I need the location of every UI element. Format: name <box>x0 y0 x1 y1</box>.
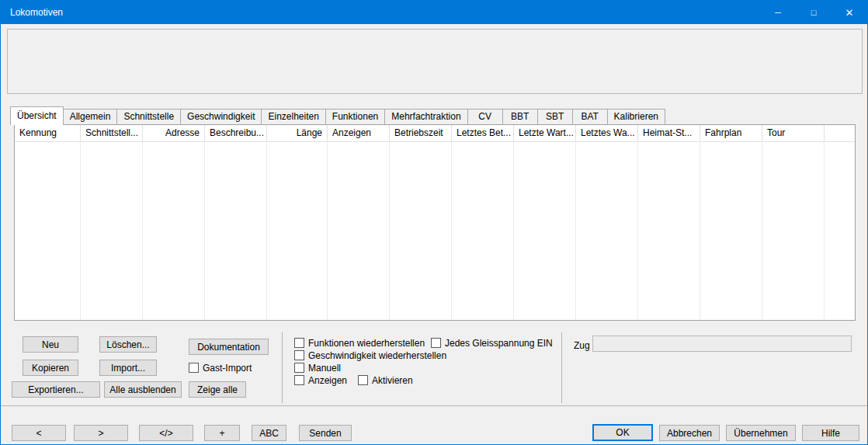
jedes-gleisspannung-label: Jedes Gleisspannung EIN <box>445 338 553 349</box>
table-column <box>267 143 328 320</box>
import-button[interactable]: Import... <box>99 360 157 376</box>
checkbox-box-icon <box>294 338 304 348</box>
maximize-icon[interactable]: □ <box>796 1 832 24</box>
uebernehmen-button[interactable]: Übernehmen <box>726 425 796 441</box>
dokumentation-button[interactable]: Dokumentation <box>189 339 269 355</box>
table-column <box>81 143 143 320</box>
next-button[interactable]: > <box>74 425 128 441</box>
column-header-schnittstell[interactable]: Schnittstell... <box>81 125 143 141</box>
senden-button[interactable]: Senden <box>299 425 352 441</box>
table-column <box>143 143 205 320</box>
horizontal-divider <box>1 405 867 406</box>
aktivieren-checkbox[interactable]: Aktivieren <box>358 374 413 386</box>
gast-import-checkbox[interactable]: Gast-Import <box>189 362 252 374</box>
table-column <box>205 143 267 320</box>
manuell-label: Manuell <box>308 363 341 374</box>
table-column <box>452 143 514 320</box>
tab-schnittstelle[interactable]: Schnittstelle <box>116 109 181 124</box>
tab-funktionen[interactable]: Funktionen <box>325 109 385 124</box>
tab-ubersicht[interactable]: Übersicht <box>10 106 64 125</box>
column-header-letzte-wart[interactable]: Letzte Wart... <box>514 125 576 141</box>
column-header-fahrplan[interactable]: Fahrplan <box>700 125 762 141</box>
table-column <box>700 143 762 320</box>
gast-import-label: Gast-Import <box>203 363 252 374</box>
checkbox-box-icon <box>294 350 304 360</box>
column-header-anzeigen[interactable]: Anzeigen <box>328 125 390 141</box>
checkbox-box-icon <box>189 363 199 373</box>
zug-input[interactable] <box>592 335 852 352</box>
geschwindigkeit-wiederherstellen-checkbox[interactable]: Geschwindigkeit wiederherstellen <box>294 349 446 361</box>
checkbox-box-icon <box>294 363 304 373</box>
vertical-divider <box>282 332 283 403</box>
tab-allgemein[interactable]: Allgemein <box>63 109 118 124</box>
alle-ausblenden-button[interactable]: Alle ausblenden <box>104 381 182 398</box>
table-header: KennungSchnittstell...AdresseBeschreibu.… <box>15 125 855 142</box>
zeige-alle-button[interactable]: Zeige alle <box>189 381 246 398</box>
loeschen-button[interactable]: Löschen... <box>99 336 157 353</box>
tab-cv[interactable]: CV <box>467 109 503 124</box>
tab-sbt[interactable]: SBT <box>537 109 573 124</box>
caption-buttons: ─ □ ✕ <box>760 1 867 24</box>
manuell-checkbox[interactable]: Manuell <box>294 362 341 374</box>
tab-mehrfachtraktion[interactable]: Mehrfachtraktion <box>384 109 467 124</box>
hilfe-button[interactable]: Hilfe <box>802 425 859 441</box>
prev-button[interactable]: < <box>12 425 66 441</box>
exportieren-button[interactable]: Exportieren... <box>12 381 100 398</box>
plus-button[interactable]: + <box>204 425 240 441</box>
table-body[interactable] <box>15 143 855 320</box>
preview-panel <box>7 29 863 94</box>
jedes-gleisspannung-checkbox[interactable]: Jedes Gleisspannung EIN <box>431 337 553 349</box>
close-icon[interactable]: ✕ <box>832 1 867 24</box>
checkbox-box-icon <box>358 375 368 385</box>
kopieren-button[interactable]: Kopieren <box>23 360 78 376</box>
column-header-lange[interactable]: Länge <box>267 125 328 141</box>
zug-label: Zug <box>574 340 590 351</box>
locomotive-table: KennungSchnittstell...AdresseBeschreibu.… <box>14 124 856 321</box>
checkbox-box-icon <box>431 338 441 348</box>
tab-geschwindigkeit[interactable]: Geschwindigkeit <box>180 109 262 124</box>
column-header-betriebszeit[interactable]: Betriebszeit <box>390 125 452 141</box>
table-column <box>762 143 825 320</box>
tab-kalibrieren[interactable]: Kalibrieren <box>607 109 665 124</box>
titlebar[interactable]: Lokomotiven ─ □ ✕ <box>1 1 867 24</box>
abc-button[interactable]: ABC <box>252 425 286 441</box>
table-column <box>15 143 81 320</box>
table-column <box>328 143 390 320</box>
column-header-adresse[interactable]: Adresse <box>143 125 205 141</box>
funktionen-wiederherstellen-checkbox[interactable]: Funktionen wiederherstellen <box>294 337 425 349</box>
table-column <box>576 143 638 320</box>
aktivieren-label: Aktivieren <box>372 375 413 386</box>
tab-bbt[interactable]: BBT <box>502 109 538 124</box>
anzeigen-checkbox[interactable]: Anzeigen <box>294 374 347 386</box>
tab-strip: ÜbersichtAllgemeinSchnittstelleGeschwind… <box>10 106 665 125</box>
table-column <box>514 143 576 320</box>
geschwindigkeit-wiederherstellen-label: Geschwindigkeit wiederherstellen <box>308 350 446 361</box>
ok-button[interactable]: OK <box>592 424 653 441</box>
column-header-kennung[interactable]: Kennung <box>15 125 81 141</box>
code-button[interactable]: </> <box>139 425 193 441</box>
column-header-heimat-st[interactable]: Heimat-St... <box>638 125 700 141</box>
abbrechen-button[interactable]: Abbrechen <box>659 425 720 441</box>
column-header-beschreibu[interactable]: Beschreibu... <box>205 125 267 141</box>
checkbox-box-icon <box>294 375 304 385</box>
tab-einzelheiten[interactable]: Einzelheiten <box>261 109 325 124</box>
table-column <box>390 143 452 320</box>
vertical-divider <box>561 332 562 403</box>
neu-button[interactable]: Neu <box>23 336 78 353</box>
anzeigen-label: Anzeigen <box>308 375 347 386</box>
table-column <box>638 143 700 320</box>
column-header-letztes-bet[interactable]: Letztes Bet... <box>452 125 514 141</box>
lokomotiven-dialog: Lokomotiven ─ □ ✕ ÜbersichtAllgemeinSchn… <box>0 0 868 445</box>
minimize-icon[interactable]: ─ <box>760 1 796 24</box>
funktionen-wiederherstellen-label: Funktionen wiederherstellen <box>308 338 425 349</box>
window-title: Lokomotiven <box>10 7 63 18</box>
column-header-letztes-wa[interactable]: Letztes Wa... <box>576 125 638 141</box>
column-header-tour[interactable]: Tour <box>762 125 825 141</box>
tab-bat[interactable]: BAT <box>572 109 608 124</box>
